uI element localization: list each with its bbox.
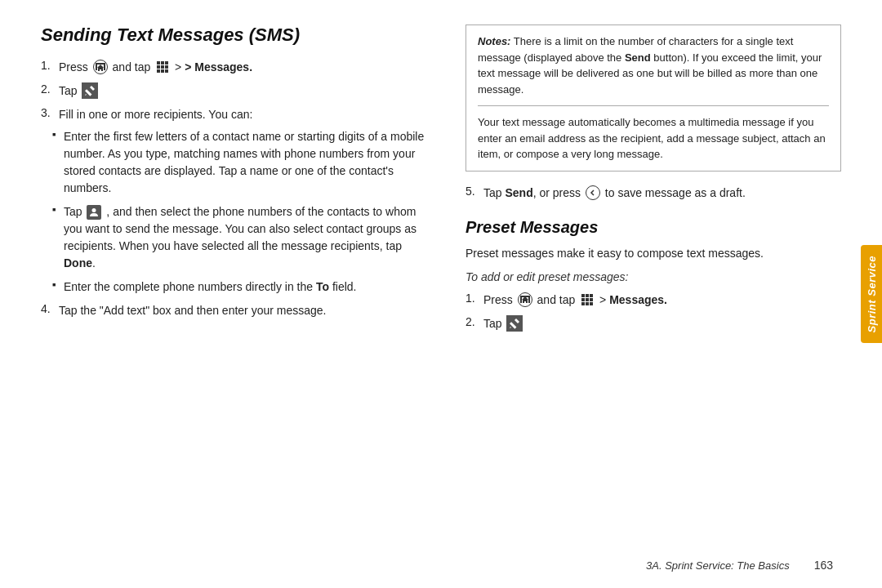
bullet-2-text: Tap , and then select the phone numbers … — [64, 205, 416, 270]
svg-rect-9 — [165, 69, 168, 73]
svg-marker-0 — [97, 65, 104, 71]
step-5: 5. Tap Send, or press to save message as… — [466, 185, 841, 202]
svg-rect-8 — [161, 69, 164, 73]
step-2-content: Tap — [59, 82, 100, 100]
svg-marker-24 — [510, 327, 511, 328]
svg-rect-6 — [165, 65, 168, 69]
step-3-content: Fill in one or more recipients. You can: — [59, 106, 252, 123]
preset-step-1-arrow: > — [599, 293, 609, 306]
preset-step-1: 1. Press and tap — [466, 292, 841, 309]
sidebar-tab: Sprint Service — [861, 245, 882, 343]
grid-icon-1 — [155, 60, 170, 74]
footer-page: 163 — [814, 559, 833, 572]
step-1-arrow: > — [175, 60, 185, 74]
svg-rect-3 — [165, 61, 168, 65]
notes-send-bold: Send — [625, 51, 651, 64]
preset-step-1-messages: Messages. — [609, 293, 667, 306]
bullet-2: Tap , and then select the phone numbers … — [54, 203, 433, 272]
svg-rect-2 — [161, 61, 164, 65]
svg-rect-5 — [161, 65, 164, 69]
sidebar-tab-label: Sprint Service — [866, 256, 878, 332]
preset-step-1-press: Press — [483, 293, 513, 306]
svg-rect-1 — [157, 61, 160, 65]
step-5-or: , or press — [533, 186, 584, 199]
step-3-num: 3. — [41, 106, 56, 119]
svg-rect-25 — [510, 322, 516, 328]
svg-rect-20 — [590, 298, 593, 301]
step-5-content: Tap Send, or press to save message as a … — [483, 185, 746, 202]
step-1-messages: > Messages. — [185, 60, 252, 74]
svg-rect-17 — [590, 294, 593, 297]
footer: 3A. Sprint Service: The Basics 163 — [646, 559, 833, 572]
step-2-num: 2. — [41, 82, 56, 96]
preset-step-2-content: Tap — [483, 315, 524, 332]
notes-separator — [478, 105, 829, 106]
step-5-send: Send — [505, 186, 532, 199]
bullet-list: Enter the first few letters of a contact… — [41, 128, 433, 296]
step-4: 4. Tap the "Add text" box and then enter… — [41, 302, 433, 319]
step-5-after: to save message as a draft. — [605, 186, 746, 199]
preset-section-title: Preset Messages — [466, 218, 841, 237]
bullet-3-text: Enter the complete phone numbers directl… — [64, 280, 357, 293]
svg-rect-7 — [157, 69, 160, 73]
left-column: Sending Text Messages (SMS) 1. Press and… — [41, 24, 433, 564]
svg-marker-12 — [90, 86, 95, 91]
preset-description: Preset messages make it easy to compose … — [466, 245, 841, 262]
step-4-content: Tap the "Add text" box and then enter yo… — [59, 302, 326, 319]
step-5-tap: Tap — [483, 186, 505, 199]
bullet-1-text: Enter the first few letters of a contact… — [64, 130, 424, 194]
preset-subtitle: To add or edit preset messages: — [466, 270, 841, 283]
step-5-num: 5. — [466, 185, 480, 198]
notes-label: Notes: — [478, 35, 510, 47]
grid-icon-2 — [580, 292, 595, 307]
left-section-title: Sending Text Messages (SMS) — [41, 24, 433, 46]
notes-content-2: Your text message automatically becomes … — [478, 114, 829, 163]
preset-step-2: 2. Tap — [466, 315, 841, 332]
home-icon-1 — [93, 60, 108, 74]
back-icon — [586, 185, 600, 200]
page-container: Sending Text Messages (SMS) 1. Press and… — [0, 0, 882, 588]
pencil-icon-1 — [82, 82, 98, 99]
step-2: 2. Tap — [41, 82, 433, 100]
preset-step-1-content: Press and tap — [483, 292, 667, 309]
svg-rect-19 — [586, 298, 589, 301]
home-icon-2 — [518, 292, 532, 307]
person-icon — [87, 205, 101, 220]
svg-rect-21 — [581, 302, 585, 305]
step-1: 1. Press and tap — [41, 59, 433, 76]
step-1-content: Press and tap — [59, 59, 252, 76]
step-1-text-before: Press — [59, 60, 88, 74]
notes-text-2: Your text message automatically becomes … — [478, 116, 826, 160]
footer-text: 3A. Sprint Service: The Basics — [646, 559, 790, 572]
step-1-text-middle: and tap — [113, 60, 151, 74]
svg-rect-23 — [590, 302, 593, 305]
step-2-tap: Tap — [59, 84, 78, 97]
svg-rect-4 — [157, 65, 160, 69]
svg-rect-15 — [581, 294, 585, 297]
svg-marker-14 — [522, 296, 528, 303]
notes-box: Notes: There is a limit on the number of… — [466, 24, 841, 172]
main-content: Sending Text Messages (SMS) 1. Press and… — [0, 0, 882, 588]
bullet-3: Enter the complete phone numbers directl… — [54, 278, 433, 296]
preset-step-2-tap: Tap — [483, 317, 502, 330]
svg-rect-11 — [85, 90, 91, 96]
svg-marker-10 — [85, 94, 87, 96]
preset-step-1-num: 1. — [466, 292, 480, 305]
svg-point-13 — [92, 208, 96, 212]
bullet-1: Enter the first few letters of a contact… — [54, 128, 433, 197]
svg-rect-18 — [581, 298, 585, 301]
step-4-num: 4. — [41, 302, 56, 315]
pencil-icon-2 — [506, 315, 523, 332]
svg-rect-16 — [586, 294, 589, 297]
svg-rect-22 — [586, 302, 589, 305]
right-column: Notes: There is a limit on the number of… — [466, 24, 841, 564]
preset-step-1-and-tap: and tap — [537, 293, 576, 306]
preset-step-2-num: 2. — [466, 315, 480, 328]
step-3: 3. Fill in one or more recipients. You c… — [41, 106, 433, 123]
notes-content-1: Notes: There is a limit on the number of… — [478, 33, 829, 97]
svg-marker-26 — [514, 318, 519, 323]
step-1-num: 1. — [41, 59, 56, 72]
